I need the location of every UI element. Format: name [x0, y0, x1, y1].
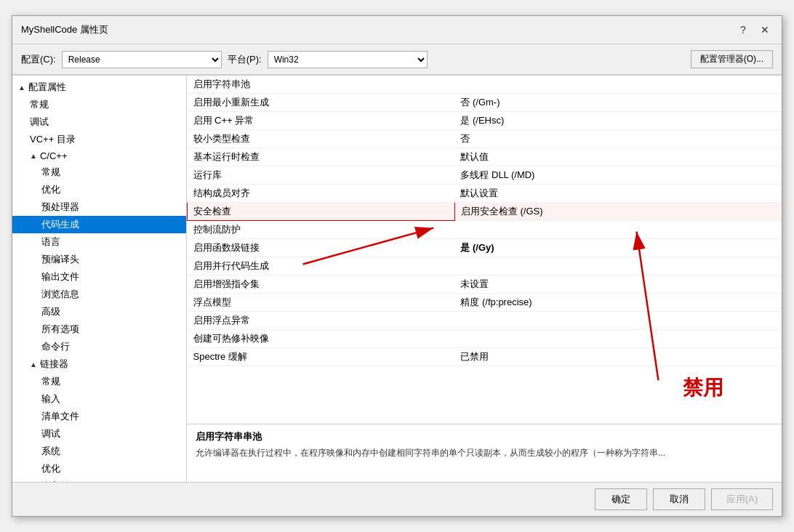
prop-row-control-flow[interactable]: 控制流防护 — [188, 221, 782, 239]
prop-row-enable-string-pool[interactable]: 启用字符串池 — [188, 76, 782, 94]
prop-name-enable-parallel-codegen: 启用并行代码生成 — [188, 257, 455, 275]
tree-item-cpp-codegen[interactable]: 代码生成 — [12, 216, 186, 233]
prop-row-struct-align[interactable]: 结构成员对齐默认设置 — [188, 185, 782, 203]
prop-panel-wrapper: 启用字符串池启用最小重新生成否 (/Gm-)启用 C++ 异常是 (/EHsc)… — [187, 76, 782, 482]
description-title: 启用字符串串池 — [196, 430, 773, 443]
linker-embedded-idl-label: 嵌入的 IDL — [41, 480, 87, 482]
prop-row-runtime-check[interactable]: 基本运行时检查默认值 — [188, 148, 782, 166]
linker-debug-label: 调试 — [41, 427, 60, 440]
prop-name-enable-cpp-exception: 启用 C++ 异常 — [188, 112, 455, 130]
linker-label: 链接器 — [40, 358, 68, 371]
tree-item-cpp[interactable]: ▲C/C++ — [12, 148, 186, 164]
prop-row-runtime-lib[interactable]: 运行库多线程 DLL (/MD) — [188, 166, 782, 185]
prop-row-enhanced-instr[interactable]: 启用增强指令集未设置 — [188, 275, 782, 294]
description-text: 允许编译器在执行过程中，在程序映像和内存中创建相同字符串的单个只读副本，从而生成… — [196, 446, 773, 459]
tree-item-debug[interactable]: 调试 — [12, 113, 186, 131]
prop-value-control-flow — [454, 221, 782, 239]
linker-manifest-label: 清单文件 — [41, 410, 79, 423]
tree-item-vc-dirs[interactable]: VC++ 目录 — [12, 131, 186, 148]
apply-button[interactable]: 应用(A) — [711, 488, 773, 510]
cpp-browse-label: 浏览信息 — [41, 288, 79, 301]
prop-name-spectre: Spectre 缓解 — [188, 348, 455, 366]
ok-button[interactable]: 确定 — [595, 488, 647, 510]
vc-dirs-label: VC++ 目录 — [30, 133, 76, 146]
platform-select[interactable]: Win32 — [268, 51, 428, 68]
help-button[interactable]: ? — [735, 22, 751, 38]
prop-value-enable-string-pool — [454, 76, 782, 94]
linker-triangle-icon: ▲ — [30, 360, 37, 368]
tree-item-linker-manifest[interactable]: 清单文件 — [12, 408, 186, 425]
title-bar: MyShellCode 属性页 ? ✕ — [12, 16, 782, 44]
tree-item-linker-general[interactable]: 常规 — [12, 373, 186, 390]
tree-item-cpp-cmdline[interactable]: 命令行 — [12, 338, 186, 355]
cpp-triangle-icon: ▲ — [30, 152, 37, 160]
prop-row-enable-parallel-codegen[interactable]: 启用并行代码生成 — [188, 257, 782, 275]
dialog-title: MyShellCode 属性页 — [21, 23, 108, 36]
cpp-cmdline-label: 命令行 — [41, 340, 70, 353]
prop-row-small-type-check[interactable]: 较小类型检查否 — [188, 130, 782, 148]
tree-item-cpp-preprocessor[interactable]: 预处理器 — [12, 198, 186, 216]
tree-item-linker-optimize[interactable]: 优化 — [12, 460, 186, 477]
tree-item-linker-embedded-idl[interactable]: 嵌入的 IDL — [12, 477, 186, 482]
footer: 确定 取消 应用(A) — [12, 482, 782, 516]
prop-row-hotpatch[interactable]: 创建可热修补映像 — [188, 330, 782, 348]
tree-item-cpp-lang[interactable]: 语言 — [12, 233, 186, 251]
prop-name-float-model: 浮点模型 — [188, 294, 455, 312]
general-label: 常规 — [30, 98, 49, 111]
cancel-button[interactable]: 取消 — [653, 488, 705, 510]
config-props-label: 配置属性 — [28, 81, 66, 94]
tree-item-linker-input[interactable]: 输入 — [12, 390, 186, 408]
config-label: 配置(C): — [21, 53, 56, 66]
tree-item-cpp-general[interactable]: 常规 — [12, 164, 186, 181]
tree-item-cpp-output[interactable]: 输出文件 — [12, 268, 186, 286]
prop-row-min-rebuild[interactable]: 启用最小重新生成否 (/Gm-) — [188, 94, 782, 112]
prop-row-enable-func-link[interactable]: 启用函数级链接是 (/Gy) — [188, 239, 782, 257]
tree-item-cpp-advanced[interactable]: 高级 — [12, 303, 186, 321]
cpp-preprocessor-label: 预处理器 — [41, 201, 79, 214]
cpp-general-label: 常规 — [41, 166, 60, 179]
prop-value-hotpatch — [454, 330, 782, 348]
tree-item-cpp-all[interactable]: 所有选项 — [12, 321, 186, 338]
prop-value-min-rebuild: 否 (/Gm-) — [454, 94, 782, 112]
linker-general-label: 常规 — [41, 375, 60, 388]
config-props-triangle-icon: ▲ — [18, 84, 25, 92]
prop-panel: 启用字符串池启用最小重新生成否 (/Gm-)启用 C++ 异常是 (/EHsc)… — [187, 76, 782, 482]
cpp-lang-label: 语言 — [41, 235, 60, 249]
prop-table: 启用字符串池启用最小重新生成否 (/Gm-)启用 C++ 异常是 (/EHsc)… — [187, 76, 782, 424]
prop-row-float-exception[interactable]: 启用浮点异常 — [188, 312, 782, 330]
prop-name-struct-align: 结构成员对齐 — [188, 185, 455, 203]
tree-item-linker[interactable]: ▲链接器 — [12, 355, 186, 373]
cpp-advanced-label: 高级 — [41, 305, 60, 318]
prop-value-runtime-check: 默认值 — [454, 148, 782, 166]
prop-row-security-check[interactable]: 安全检查启用安全检查 (/GS) — [188, 203, 782, 221]
main-content: ▲配置属性常规调试VC++ 目录▲C/C++常规优化预处理器代码生成语言预编译头… — [12, 75, 782, 482]
tree-item-linker-debug[interactable]: 调试 — [12, 425, 186, 443]
tree-item-cpp-browse[interactable]: 浏览信息 — [12, 286, 186, 303]
tree-item-cpp-optimize[interactable]: 优化 — [12, 181, 186, 198]
tree-item-linker-system[interactable]: 系统 — [12, 443, 186, 460]
prop-value-float-model: 精度 (/fp:precise) — [454, 294, 782, 312]
prop-name-runtime-check: 基本运行时检查 — [188, 148, 455, 166]
prop-value-security-check: 启用安全检查 (/GS) — [454, 203, 782, 221]
prop-value-spectre: 已禁用 — [454, 348, 782, 366]
prop-name-hotpatch: 创建可热修补映像 — [188, 330, 455, 348]
tree-item-config-props[interactable]: ▲配置属性 — [12, 78, 186, 96]
tree-item-general[interactable]: 常规 — [12, 96, 186, 113]
platform-label: 平台(P): — [228, 53, 262, 66]
cpp-precompile-label: 预编译头 — [41, 253, 79, 266]
prop-row-float-model[interactable]: 浮点模型精度 (/fp:precise) — [188, 294, 782, 312]
toolbar: 配置(C): Release 平台(P): Win32 配置管理器(O)... — [12, 44, 782, 75]
config-select[interactable]: Release — [62, 51, 222, 68]
cpp-label: C/C++ — [40, 150, 68, 161]
prop-row-spectre[interactable]: Spectre 缓解已禁用 — [188, 348, 782, 366]
close-button[interactable]: ✕ — [757, 22, 773, 38]
tree-item-cpp-precompile[interactable]: 预编译头 — [12, 251, 186, 268]
prop-name-enable-string-pool: 启用字符串池 — [188, 76, 455, 94]
prop-value-runtime-lib: 多线程 DLL (/MD) — [454, 166, 782, 185]
prop-name-control-flow: 控制流防护 — [188, 221, 455, 239]
config-manager-button[interactable]: 配置管理器(O)... — [691, 50, 773, 68]
prop-value-enable-parallel-codegen — [454, 257, 782, 275]
prop-row-enable-cpp-exception[interactable]: 启用 C++ 异常是 (/EHsc) — [188, 112, 782, 130]
prop-value-struct-align: 默认设置 — [454, 185, 782, 203]
prop-value-small-type-check: 否 — [454, 130, 782, 148]
